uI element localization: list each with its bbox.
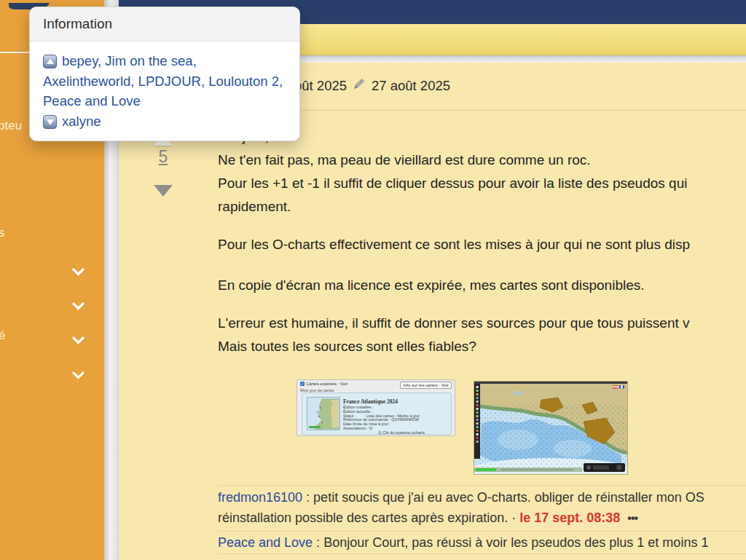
comment-line: fredmon16100 : petit soucis que j'ai eu … [218, 487, 746, 508]
popup-body: bepey, Jim on the sea, Axelintheworld, L… [30, 42, 299, 141]
more-options-icon[interactable]: ••• [627, 512, 637, 524]
edit-pencil-icon [352, 76, 366, 94]
sidebar-item-fragment[interactable]: é [0, 328, 5, 343]
chart-footer: 1) Clé du système ocharts [378, 430, 425, 435]
post-line: rapidement. [218, 195, 746, 218]
attachment-nautical-chart-thumbnail[interactable] [474, 381, 628, 475]
comment-line: Peace and Love : Bonjour Court, pas réus… [218, 532, 746, 553]
comment-divider [218, 531, 746, 532]
comment-timestamp: le 17 sept. 08:38 [519, 510, 620, 525]
post-line: Pour les +1 et -1 il suffit de cliquer d… [218, 172, 746, 195]
checkbox-icon: ✓ [300, 382, 305, 386]
comment-separator: : [313, 535, 323, 550]
comment-separator: : [302, 490, 313, 505]
comment: Peace and Love : Bonjour Court, pas réus… [218, 532, 746, 553]
sidebar-item-fragment[interactable]: s [0, 226, 5, 240]
comment-text: Bonjour Court, pas réussi à voir les pse… [323, 535, 708, 550]
thumb-info-button: Info sur les cartes : Voir [400, 382, 452, 389]
post-line: Ne t'en fait pas, ma peau de vieillard e… [218, 149, 746, 172]
comment-author-link[interactable]: fredmon16100 [218, 490, 302, 505]
popup-title: Information [30, 7, 299, 42]
post-line: Pour les O-charts effectivement ce sont … [218, 233, 746, 256]
vote-score-link[interactable]: 5 [150, 147, 176, 167]
chevron-down-icon[interactable] [72, 268, 85, 276]
post-edited-date: 27 août 2025 [372, 78, 450, 94]
information-popup: Information bepey, Jim on the sea, Axeli… [29, 7, 300, 141]
post-line: Mais toutes les sources sont elles fiabl… [218, 335, 746, 358]
chevron-down-icon[interactable] [72, 371, 85, 379]
thumb-checkbox-label: Cartes expirées : Voir [306, 382, 348, 386]
post-line: L'erreur est humaine, il suffit de donne… [218, 312, 746, 335]
downvote-square-icon [43, 115, 57, 129]
downvoters-line: xalyne [43, 111, 288, 132]
thumb-checkbox-row: ✓ Cartes expirées : Voir [300, 382, 348, 386]
post-paragraph: En copie d'écran ma licence est expirée,… [218, 274, 746, 297]
post-line: En copie d'écran ma licence est expirée,… [218, 274, 746, 297]
thumb-chart-panel: France Atlantique 2024 Édition installée… [302, 393, 452, 435]
attachment-chart-licence-thumbnail[interactable]: ✓ Cartes expirées : Voir Info sur les ca… [297, 379, 455, 436]
post-date-fragment: oût 2025 [294, 78, 347, 94]
downvoters-links[interactable]: xalyne [62, 114, 101, 129]
upvote-square-icon [43, 55, 57, 68]
sidebar-item-fragment[interactable]: oteu [0, 119, 22, 133]
chart-title: France Atlantique 2024 [343, 398, 398, 405]
vote-down-arrow-icon[interactable] [154, 185, 173, 197]
page: oteu s é oût 2025 27 août 2025 5 Bonjour… [0, 0, 746, 560]
comment: fredmon16100 : petit soucis que j'ai eu … [218, 487, 746, 529]
comment-divider [218, 553, 746, 554]
comment-text: réinstallation possible des cartes après… [218, 510, 519, 525]
chevron-down-icon[interactable] [72, 302, 85, 310]
comment-line: réinstallation possible des cartes après… [218, 508, 746, 529]
france-map-icon [307, 397, 340, 430]
comment-divider [218, 485, 746, 486]
comment-text: petit soucis que j'ai eu avec O-charts. … [313, 490, 704, 505]
post-paragraph: Pour les O-charts effectivement ce sont … [218, 233, 746, 256]
post-paragraph: L'erreur est humaine, il suffit de donne… [218, 312, 746, 358]
upvoters-links[interactable]: bepey, Jim on the sea, Axelintheworld, L… [43, 53, 283, 109]
upvoters-line: bepey, Jim on the sea, Axelintheworld, L… [43, 51, 288, 111]
comment-author-link[interactable]: Peace and Love [218, 535, 313, 550]
chart-fields: Édition installée : Édition actuelle : S… [343, 406, 420, 431]
chevron-down-icon[interactable] [72, 336, 85, 344]
